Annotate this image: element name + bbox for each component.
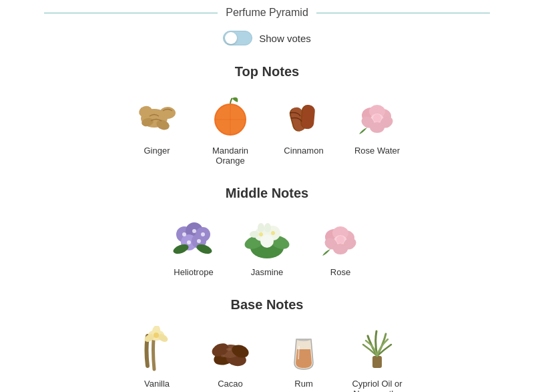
middle-notes-title: Middle Notes xyxy=(0,186,534,201)
note-item-heliotrope: Heliotrope xyxy=(160,213,227,277)
ingredient-image-rose xyxy=(314,213,367,263)
svg-point-27 xyxy=(201,232,205,236)
ingredient-image-heliotrope xyxy=(167,213,220,263)
note-item-vanilla: Vanilla xyxy=(123,325,190,389)
ingredient-image-vanilla xyxy=(130,325,184,375)
note-item-rose: Rose xyxy=(307,213,374,277)
svg-point-41 xyxy=(259,232,263,236)
ingredient-image-mandarin-orange xyxy=(204,91,257,142)
toggle-row: Show votes xyxy=(0,31,534,45)
ingredient-label-cacao: Cacao xyxy=(218,379,243,389)
ingredient-image-jasmine xyxy=(240,213,294,263)
top-notes-title: Top Notes xyxy=(0,64,534,79)
svg-point-42 xyxy=(271,231,275,235)
svg-point-29 xyxy=(197,239,201,243)
page-title: Perfume Pyramid xyxy=(226,7,308,19)
note-item-mandarin-orange: Mandarin Orange xyxy=(197,91,264,166)
svg-point-37 xyxy=(260,234,274,248)
middle-notes-section: Middle Notes Heliotrope xyxy=(0,186,534,277)
svg-point-25 xyxy=(182,232,186,236)
show-votes-toggle[interactable] xyxy=(223,31,252,45)
svg-point-40 xyxy=(264,223,271,232)
ingredient-label-heliotrope: Heliotrope xyxy=(174,267,213,277)
title-row: Perfume Pyramid xyxy=(0,7,534,19)
show-votes-label: Show votes xyxy=(259,33,311,44)
base-notes-section: Base Notes Vanilla Cacao xyxy=(0,297,534,392)
ingredient-label-mandarin-orange: Mandarin Orange xyxy=(197,146,264,166)
title-line-right xyxy=(316,13,490,13)
ingredient-label-vanilla: Vanilla xyxy=(144,379,170,389)
toggle-knob xyxy=(225,32,237,44)
svg-point-19 xyxy=(370,122,384,133)
ingredient-label-ginger: Ginger xyxy=(144,146,170,156)
note-item-cacao: Cacao xyxy=(197,325,264,389)
svg-point-62 xyxy=(226,348,232,351)
ingredient-label-jasmine: Jasmine xyxy=(251,267,283,277)
top-notes-items-row: Ginger Mandarin Orange Cinnamon xyxy=(0,91,534,166)
note-item-cinnamon: Cinnamon xyxy=(270,91,337,156)
page-container: Perfume Pyramid Show votes Top Notes Gin… xyxy=(0,0,534,392)
ingredient-image-cypriol xyxy=(350,325,404,375)
svg-point-39 xyxy=(250,231,259,238)
base-notes-items-row: Vanilla Cacao Rum xyxy=(0,325,534,392)
title-line-left xyxy=(44,13,218,13)
svg-point-1 xyxy=(160,107,176,119)
note-item-rum: Rum xyxy=(270,325,337,389)
svg-rect-64 xyxy=(372,356,382,368)
svg-point-63 xyxy=(221,355,225,357)
note-item-rose-water: Rose Water xyxy=(344,91,411,156)
ingredient-label-rum: Rum xyxy=(294,379,312,389)
svg-point-56 xyxy=(154,333,159,338)
middle-notes-items-row: Heliotrope Jasmine xyxy=(0,213,534,277)
ingredient-label-rose: Rose xyxy=(330,267,350,277)
top-notes-section: Top Notes Ginger Mandarin Orange xyxy=(0,64,534,166)
note-item-ginger: Ginger xyxy=(123,91,190,156)
svg-point-38 xyxy=(258,223,264,232)
ingredient-image-ginger xyxy=(130,91,184,142)
sections-container: Top Notes Ginger Mandarin Orange xyxy=(0,64,534,392)
svg-point-51 xyxy=(333,244,348,254)
ingredient-label-cinnamon: Cinnamon xyxy=(284,146,323,156)
base-notes-title: Base Notes xyxy=(0,297,534,313)
svg-point-48 xyxy=(336,236,344,244)
svg-point-28 xyxy=(187,240,191,244)
svg-point-26 xyxy=(192,229,196,233)
ingredient-label-cypriol: Cypriol Oil or Nagarmotha xyxy=(344,379,411,392)
ingredient-image-rose-water xyxy=(350,91,404,142)
svg-point-16 xyxy=(373,114,381,122)
ingredient-label-rose-water: Rose Water xyxy=(354,146,400,156)
note-item-jasmine: Jasmine xyxy=(234,213,300,277)
ingredient-image-cinnamon xyxy=(277,91,330,142)
note-item-cypriol: Cypriol Oil or Nagarmotha xyxy=(344,325,411,392)
ingredient-image-rum xyxy=(277,325,330,375)
ingredient-image-cacao xyxy=(204,325,257,375)
